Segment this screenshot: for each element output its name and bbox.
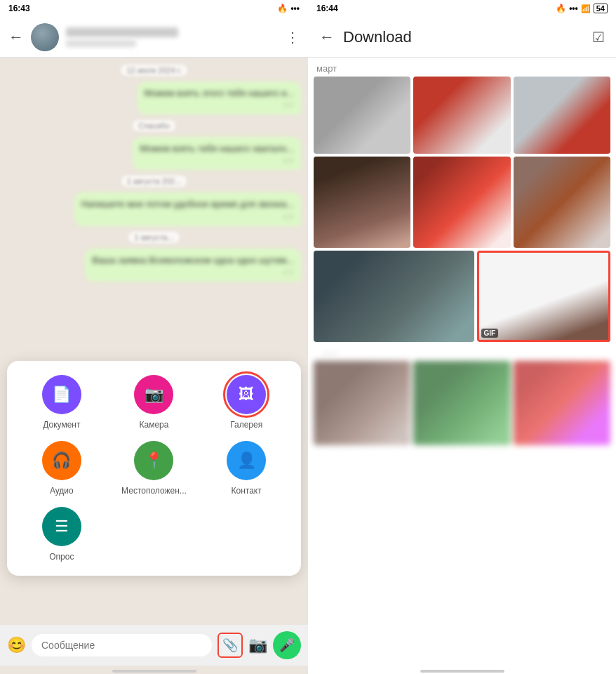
document-icon: 📄 bbox=[42, 375, 81, 414]
media-row-2 bbox=[314, 157, 610, 248]
location-label: Местоположен... bbox=[121, 486, 187, 496]
right-back-button[interactable]: ← bbox=[319, 28, 335, 46]
avatar bbox=[31, 23, 59, 51]
section-label-blur: ······ bbox=[314, 345, 610, 361]
attach-camera[interactable]: 📷 Камера bbox=[114, 375, 195, 430]
attach-gallery[interactable]: 🖼 Галерея bbox=[206, 375, 287, 430]
left-dots: ••• bbox=[290, 4, 300, 13]
left-header: ← ⋮ bbox=[0, 17, 308, 58]
contact-status bbox=[66, 40, 136, 47]
contact-name bbox=[66, 27, 178, 37]
avatar-image bbox=[31, 23, 59, 51]
media-row-1 bbox=[314, 77, 610, 154]
document-label: Документ bbox=[43, 420, 80, 430]
more-options-button[interactable]: ⋮ bbox=[286, 29, 300, 46]
left-status-icons: 🔥 ••• bbox=[277, 4, 300, 13]
message-time-3: ✓✓ bbox=[81, 213, 294, 220]
location-icon: 📍 bbox=[134, 441, 173, 480]
left-time: 16:43 bbox=[8, 4, 30, 13]
media-grid: GIF ······ bbox=[308, 77, 616, 666]
attachment-button[interactable]: 📎 bbox=[217, 633, 243, 658]
media-thumb-1[interactable] bbox=[314, 77, 410, 154]
gallery-label: Галерея bbox=[230, 420, 262, 430]
media-thumb-8-gif[interactable]: GIF bbox=[477, 251, 610, 342]
right-home-indicator bbox=[420, 670, 504, 673]
media-thumb-2[interactable] bbox=[413, 77, 510, 154]
contact-label: Контакт bbox=[232, 486, 262, 496]
media-thumb-3[interactable] bbox=[514, 77, 610, 154]
contact-icon: 👤 bbox=[227, 441, 266, 480]
left-status-bar: 16:43 🔥 ••• bbox=[0, 0, 308, 17]
message-text-1: Можем взять этого тебя нашего и... bbox=[145, 87, 294, 100]
chat-input-bar: 😊 📎 📷 🎤 bbox=[0, 625, 308, 666]
date-label-4: 1 августа... bbox=[128, 232, 179, 243]
right-header: ← Download ☑ bbox=[308, 17, 616, 58]
right-time: 16:44 bbox=[316, 4, 338, 13]
media-thumb-4[interactable] bbox=[314, 157, 410, 248]
attach-audio[interactable]: 🎧 Аудио bbox=[21, 441, 102, 496]
media-thumb-10[interactable] bbox=[413, 361, 510, 445]
right-battery-icon: 54 bbox=[594, 4, 608, 13]
attach-location[interactable]: 📍 Местоположен... bbox=[114, 441, 195, 496]
right-status-bar: 16:44 🔥 ••• 📶 54 bbox=[308, 0, 616, 17]
message-time-4: ✓✓ bbox=[92, 268, 294, 276]
message-time-1: ✓✓ bbox=[145, 101, 294, 109]
chat-area: 12 июля 2024 г. Можем взять этого тебя н… bbox=[0, 58, 308, 625]
back-button[interactable]: ← bbox=[8, 28, 24, 46]
message-text-3: Напишите мне потом удобное время для зво… bbox=[81, 198, 294, 211]
message-text-4: Ваша заявка Всеволожском одна одно шутим… bbox=[92, 254, 294, 267]
left-home-indicator bbox=[112, 670, 196, 673]
attachment-popup: 📄 Документ 📷 Камера 🖼 Галерея 🎧 Аудио 📍 … bbox=[7, 361, 301, 576]
message-text-2: Можем взять тебя нашего хватало... bbox=[140, 143, 294, 155]
gallery-icon: 🖼 bbox=[227, 375, 266, 414]
message-bubble-2: Можем взять тебя нашего хватало... ✓✓ bbox=[133, 137, 301, 170]
right-panel: 16:44 🔥 ••• 📶 54 ← Download ☑ март bbox=[308, 0, 616, 674]
date-label-1: 12 июля 2024 г. bbox=[121, 65, 187, 76]
media-thumb-9[interactable] bbox=[314, 361, 410, 445]
attach-poll[interactable]: ☰ Опрос bbox=[21, 507, 102, 562]
message-bubble-1: Можем взять этого тебя нашего и... ✓✓ bbox=[138, 81, 301, 114]
camera-icon: 📷 bbox=[134, 375, 173, 414]
attach-document[interactable]: 📄 Документ bbox=[21, 375, 102, 430]
select-button[interactable]: ☑ bbox=[592, 29, 605, 46]
media-thumb-6[interactable] bbox=[514, 157, 610, 248]
mic-button[interactable]: 🎤 bbox=[273, 631, 301, 659]
download-title: Download bbox=[343, 28, 584, 46]
message-input[interactable] bbox=[32, 634, 212, 656]
poll-icon: ☰ bbox=[42, 507, 81, 546]
audio-icon: 🎧 bbox=[42, 441, 81, 480]
right-dots: ••• bbox=[569, 4, 578, 13]
message-time-2: ✓✓ bbox=[140, 157, 294, 164]
media-thumb-11[interactable] bbox=[514, 361, 610, 445]
attach-contact[interactable]: 👤 Контакт bbox=[206, 441, 287, 496]
media-thumb-7[interactable] bbox=[314, 251, 474, 342]
date-label-2: Спасибо bbox=[133, 120, 175, 131]
media-thumb-5[interactable] bbox=[413, 157, 510, 248]
gif-badge: GIF bbox=[481, 329, 499, 338]
date-label-3: 1 августа 202... bbox=[121, 176, 187, 187]
camera-button[interactable]: 📷 bbox=[248, 636, 267, 654]
right-status-icons: 🔥 ••• 📶 54 bbox=[556, 4, 608, 13]
contact-info bbox=[66, 27, 279, 47]
right-signal-icon: 📶 bbox=[581, 4, 591, 13]
media-row-4 bbox=[314, 361, 610, 445]
left-panel: 16:43 🔥 ••• ← ⋮ 12 июля 2024 г. Можем вз… bbox=[0, 0, 308, 674]
right-flame-icon: 🔥 bbox=[556, 4, 566, 13]
emoji-button[interactable]: 😊 bbox=[7, 636, 26, 654]
camera-label: Камера bbox=[140, 420, 169, 430]
message-bubble-3: Напишите мне потом удобное время для зво… bbox=[74, 192, 301, 225]
audio-label: Аудио bbox=[50, 486, 74, 496]
media-row-3: GIF bbox=[314, 251, 610, 342]
left-flame-icon: 🔥 bbox=[277, 4, 288, 13]
message-bubble-4: Ваша заявка Всеволожском одна одно шутим… bbox=[85, 249, 301, 282]
poll-label: Опрос bbox=[49, 552, 74, 562]
section-label-march: март bbox=[308, 58, 616, 77]
